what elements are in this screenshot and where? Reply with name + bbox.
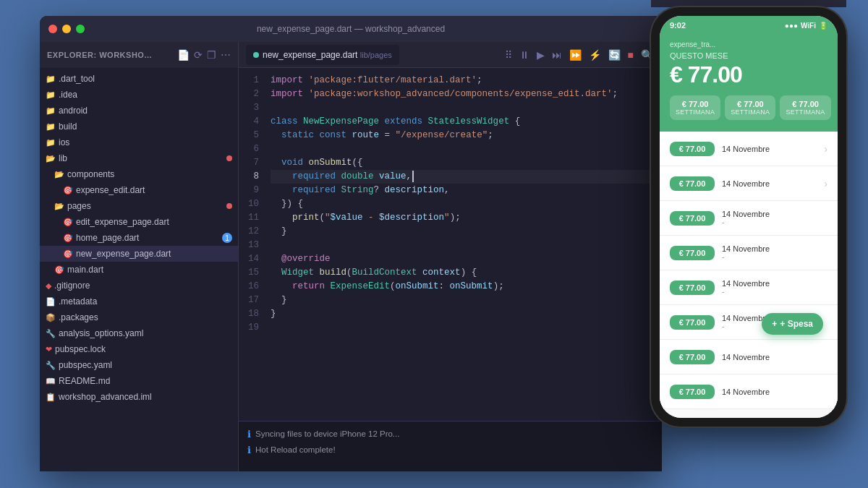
phone-card-1: € 77.00 SETTIMANA [670,95,720,120]
item-date: 14 Novembre [722,388,827,396]
code-line-11: print ( " $value - $description " ); [271,211,659,225]
phone-main-amount: € 77.00 [670,61,827,88]
sidebar-item-home-page[interactable]: 🎯 home_page.dart 1 [40,230,238,246]
sidebar-item-ios[interactable]: 📁 ios [40,134,238,150]
sidebar-item-android[interactable]: 📁 android [40,103,238,119]
phone-questo-mese: QUESTO MESE [670,51,827,60]
console-line-1: ℹ Syncing files to device iPhone 12 Pro.… [247,426,653,442]
step-over-icon[interactable]: ▶ [535,48,546,62]
phone-cards-row: € 77.00 SETTIMANA € 77.00 SETTIMANA € 77… [670,95,827,120]
wifi-icon: WiFi [801,22,816,30]
card-3-label: SETTIMANA [786,108,825,116]
pause-icon[interactable]: ⏸ [518,48,531,62]
phone-breadcrumb: expense_tra... [670,40,827,48]
card-2-label: SETTIMANA [731,108,770,116]
sidebar-item-metadata[interactable]: 📄 .metadata [40,294,238,309]
code-line-2: import 'package:workshop_advanced/compon… [271,87,659,101]
list-item[interactable]: € 77.00 14 Novembre + + Spesa [660,340,838,374]
step-out-icon[interactable]: ⏩ [568,48,583,62]
sidebar-item-label: workshop_advanced.iml [59,392,152,402]
more-icon[interactable]: ⋯ [221,49,231,61]
maximize-button[interactable] [76,25,85,33]
sidebar-item-readme[interactable]: 📖 README.md [40,373,238,389]
item-info: 14 Novembre - [715,279,827,296]
sidebar-header: EXPLORER: WORKSHO... 📄 ⟳ ❐ ⋯ [40,42,238,68]
stop-icon[interactable]: ■ [626,48,635,62]
folder-icon: 📁 [46,138,56,147]
ide-window: new_expense_page.dart — workshop_advance… [40,16,662,471]
code-line-1: import 'package:flutter/material.dart' ; [271,74,659,87]
list-item[interactable]: € 77.00 14 Novembre - [660,201,838,236]
restart-icon[interactable]: 🔄 [607,48,622,62]
editor-toolbar: ⠿ ⏸ ▶ ⏭ ⏩ ⚡ 🔄 ■ 🔍 [503,48,655,62]
step-into-icon[interactable]: ⏭ [550,48,563,62]
list-item[interactable]: € 77.00 14 Novembre › [660,166,838,201]
item-info: 14 Novembre [715,388,827,396]
item-info: 14 Novembre [715,353,827,361]
list-item[interactable]: € 77.00 14 Novembre - [660,270,838,305]
collapse-icon[interactable]: ❐ [207,49,216,61]
item-amount: € 77.00 [670,142,715,156]
phone-frame: 9:02 ●●● WiFi 🔋 expense_tra... QUESTO ME… [651,7,846,427]
tab-path: lib/pages [360,51,392,59]
phone-green-header: expense_tra... QUESTO MESE € 77.00 € 77.… [660,35,838,132]
hot-reload-icon[interactable]: ⚡ [587,48,603,62]
sidebar-item-idea[interactable]: 📁 .idea [40,87,238,103]
code-line-3 [271,101,659,115]
sidebar-item-analysis[interactable]: 🔧 analysis_options.yaml [40,325,238,341]
item-date: 14 Novembre [722,353,827,361]
error-badge [226,155,232,161]
title-bar: new_expense_page.dart — workshop_advance… [40,16,662,42]
line-numbers: 1 2 3 4 5 6 7 8 9 10 11 12 13 14 15 16 1 [239,68,265,421]
minimize-button[interactable] [62,25,71,33]
code-line-16: return ExpenseEdit ( onSubmit : onSubmit… [271,280,659,294]
add-spesa-fab[interactable]: + + Spesa [762,313,823,335]
list-item[interactable]: € 77.00 14 Novembre › [660,132,838,166]
item-date: 14 Novembre [722,279,827,288]
code-line-6 [271,142,659,156]
item-sub: - [722,253,827,261]
file-icon: 📄 [46,297,56,307]
code-line-5: static const route = "/expense/create" ; [271,129,659,142]
editor-tab-active[interactable]: new_expense_page.dart lib/pages [246,45,399,65]
sidebar-item-label: .dart_tool [59,74,95,84]
sidebar-item-pubspec-lock[interactable]: ❤ pubspec.lock [40,341,238,357]
folder-open-icon: 📂 [54,202,64,211]
sidebar-item-expense-edit[interactable]: 🎯 expense_edit.dart [40,182,238,198]
sidebar-item-gitignore[interactable]: ◆ .gitignore [40,278,238,294]
sidebar-item-main[interactable]: 🎯 main.dart [40,262,238,278]
sidebar-item-new-expense[interactable]: 🎯 new_expense_page.dart [40,246,238,262]
change-badge: 1 [222,233,232,243]
sidebar-item-lib[interactable]: 📂 lib [40,150,238,166]
sidebar-item-workshop-iml[interactable]: 📋 workshop_advanced.iml [40,389,238,405]
sidebar-item-packages[interactable]: 📦 .packages [40,309,238,325]
new-file-icon[interactable]: 📄 [177,49,190,61]
sidebar-item-pages[interactable]: 📂 pages [40,198,238,214]
sidebar-item-label: new_expense_page.dart [76,249,171,259]
item-info: 14 Novembre - [715,210,827,226]
plus-icon: + [772,319,777,329]
error-badge [226,203,232,209]
dart-file-icon: 🎯 [54,265,64,275]
iml-icon: 📋 [46,393,56,402]
close-button[interactable] [48,25,57,33]
layout-icon[interactable]: ⠿ [503,48,514,62]
info-icon: ℹ [247,429,251,440]
yaml-icon: 🔧 [46,329,56,338]
item-date: 14 Novembre [722,244,827,253]
list-item[interactable]: € 77.00 14 Novembre [660,374,838,409]
refresh-icon[interactable]: ⟳ [194,49,203,61]
simulator-header-bar: iPhone 12 Pro iOS 14.5 📷 🏠 □ [651,0,846,7]
sidebar-item-components[interactable]: 📂 components [40,166,238,182]
sidebar-item-build[interactable]: 📁 build [40,119,238,134]
sidebar-item-edit-expense[interactable]: 🎯 edit_expense_page.dart [40,214,238,230]
list-item[interactable]: € 77.00 14 Novembre - [660,236,838,270]
line-num-2: 2 [239,87,259,101]
line-num-10: 10 [239,197,259,211]
sidebar-item-pubspec-yaml[interactable]: 🔧 pubspec.yaml [40,357,238,373]
code-editor[interactable]: 1 2 3 4 5 6 7 8 9 10 11 12 13 14 15 16 1 [239,68,662,421]
sidebar-item-dart-tool[interactable]: 📁 .dart_tool [40,71,238,87]
code-content[interactable]: import 'package:flutter/material.dart' ;… [265,68,659,421]
chevron-right-icon: › [824,178,827,189]
card-3-amount: € 77.00 [786,100,825,108]
